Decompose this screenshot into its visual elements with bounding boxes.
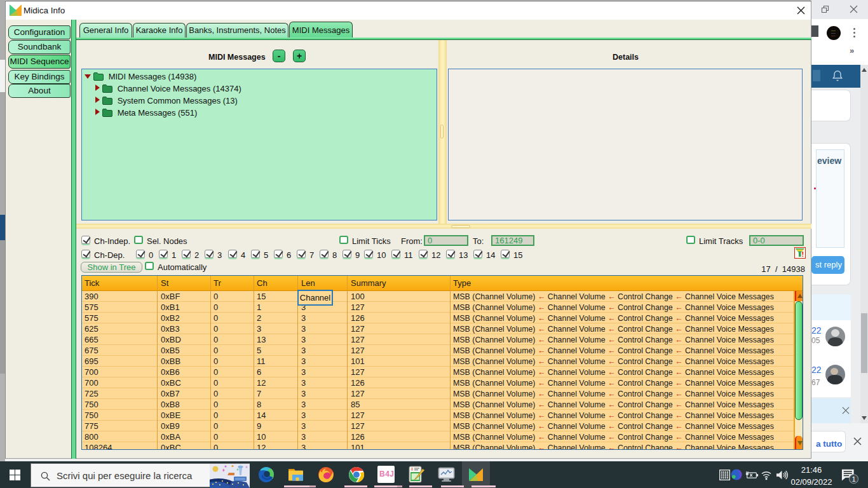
svg-text:1: 1 [851,475,855,483]
svg-text:!: ! [802,250,804,258]
